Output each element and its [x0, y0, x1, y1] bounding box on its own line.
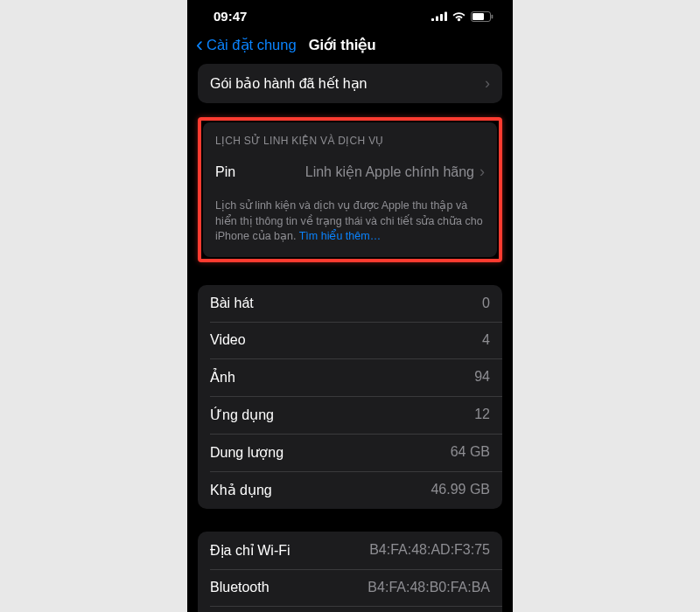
list-item: Khả dụng46.99 GB — [198, 471, 502, 509]
row-value: B4:FA:48:B0:FA:BA — [368, 580, 490, 595]
status-indicators — [431, 11, 494, 22]
phone-frame: 09:47 ‹ Cài đặt chung Giới thiệu Gói bảo… — [187, 0, 513, 612]
svg-rect-0 — [431, 18, 434, 21]
row-value: 0 — [482, 296, 490, 311]
row-label: Video — [210, 332, 246, 348]
parts-section-header: LỊCH SỬ LINH KIỆN VÀ DỊCH VỤ — [203, 122, 497, 152]
list-item: Vi c.trình modem3.01.02 — [198, 606, 502, 613]
row-label: Địa chỉ Wi-Fi — [210, 542, 290, 559]
media-info-card: Bài hát0Video4Ảnh94Ứng dụng12Dung lượng6… — [198, 285, 502, 509]
page-title: Giới thiệu — [309, 37, 376, 53]
row-value: B4:FA:48:AD:F3:75 — [369, 542, 490, 558]
content-scroll[interactable]: Gói bảo hành đã hết hạn › LỊCH SỬ LINH K… — [187, 64, 513, 612]
row-value: 64 GB — [451, 444, 490, 460]
svg-rect-5 — [472, 13, 484, 20]
warranty-row[interactable]: Gói bảo hành đã hết hạn › — [198, 64, 502, 103]
spacer — [198, 509, 502, 532]
wifi-icon — [452, 11, 466, 22]
back-button-label[interactable]: Cài đặt chung — [206, 37, 297, 53]
list-item: Ảnh94 — [198, 358, 502, 396]
status-time: 09:47 — [214, 9, 247, 24]
highlight-annotation: LỊCH SỬ LINH KIỆN VÀ DỊCH VỤ Pin Linh ki… — [198, 117, 502, 262]
network-info-card: Địa chỉ Wi-FiB4:FA:48:AD:F3:75BluetoothB… — [198, 532, 502, 613]
warranty-label: Gói bảo hành đã hết hạn — [210, 75, 367, 92]
row-value: 46.99 GB — [430, 482, 490, 497]
list-item: Dung lượng64 GB — [198, 434, 502, 471]
row-label: Ảnh — [210, 369, 235, 386]
parts-history-section: LỊCH SỬ LINH KIỆN VÀ DỊCH VỤ Pin Linh ki… — [203, 122, 497, 257]
row-value: 12 — [474, 407, 490, 422]
navigation-bar: ‹ Cài đặt chung Giới thiệu — [187, 27, 513, 64]
chevron-right-icon: › — [480, 163, 485, 181]
list-item: Địa chỉ Wi-FiB4:FA:48:AD:F3:75 — [198, 532, 502, 569]
row-label: Khả dụng — [210, 482, 272, 498]
row-label: Bluetooth — [210, 580, 270, 595]
battery-part-row[interactable]: Pin Linh kiện Apple chính hãng › — [203, 152, 497, 191]
row-label: Dung lượng — [210, 444, 284, 461]
svg-rect-3 — [444, 12, 447, 22]
warranty-card: Gói bảo hành đã hết hạn › — [198, 64, 502, 103]
battery-part-value: Linh kiện Apple chính hãng — [305, 163, 474, 180]
svg-rect-1 — [436, 17, 438, 22]
list-item: BluetoothB4:FA:48:B0:FA:BA — [198, 569, 502, 606]
list-item: Bài hát0 — [198, 285, 502, 322]
list-item: Ứng dụng12 — [198, 396, 502, 434]
status-bar: 09:47 — [187, 0, 513, 27]
battery-icon — [471, 11, 494, 22]
spacer — [198, 262, 502, 285]
cellular-signal-icon — [431, 11, 447, 21]
list-item: Video4 — [198, 322, 502, 358]
svg-rect-2 — [440, 14, 443, 21]
chevron-right-icon: › — [485, 74, 490, 93]
back-chevron-icon[interactable]: ‹ — [196, 34, 203, 55]
svg-rect-6 — [492, 14, 494, 18]
row-value: 4 — [482, 332, 490, 348]
learn-more-link[interactable]: Tìm hiểu thêm… — [299, 230, 381, 242]
row-label: Bài hát — [210, 296, 254, 311]
parts-section-footer: Lịch sử linh kiện và dịch vụ được Apple … — [203, 191, 497, 257]
row-value: 94 — [474, 369, 490, 385]
row-label: Ứng dụng — [210, 407, 274, 423]
battery-part-label: Pin — [215, 164, 235, 180]
